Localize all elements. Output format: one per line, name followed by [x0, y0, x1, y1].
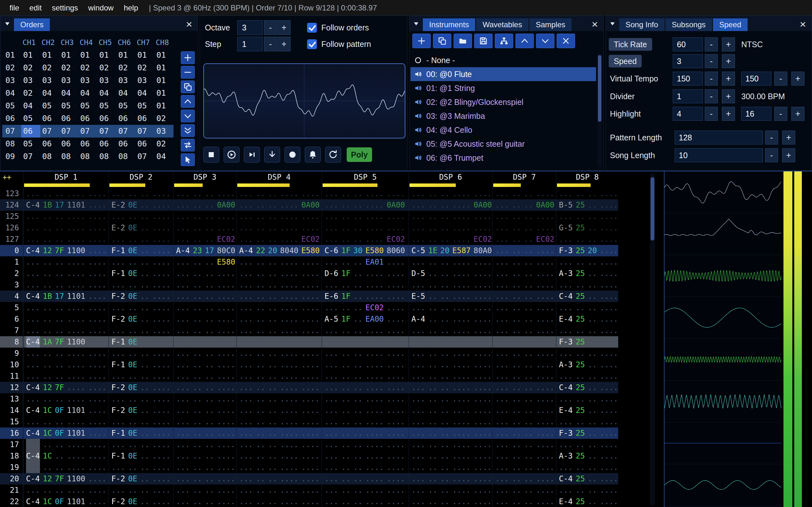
pattern-empty[interactable]: ....	[88, 199, 107, 211]
pattern-empty[interactable]: ..	[256, 211, 265, 222]
pattern-empty[interactable]: ..	[341, 188, 351, 199]
pattern-empty[interactable]: ....	[365, 336, 384, 348]
pattern-cell[interactable]: ...........	[492, 279, 556, 291]
pattern-empty[interactable]: ...	[26, 222, 40, 233]
pattern-cell[interactable]: ...........	[492, 245, 556, 257]
pattern-empty[interactable]: ....	[473, 279, 492, 291]
pattern-empty[interactable]: ..	[140, 222, 149, 233]
pattern-cell[interactable]: ...........	[173, 188, 236, 199]
pattern-empty[interactable]: ..	[440, 268, 450, 279]
pattern-cell[interactable]: ...........	[173, 416, 236, 428]
pattern-empty[interactable]: ..	[256, 279, 265, 291]
pattern-empty[interactable]: ....	[217, 382, 235, 393]
pattern-empty[interactable]: ..	[268, 393, 277, 405]
pattern-value[interactable]: A-4	[176, 245, 190, 257]
pattern-empty[interactable]: ....	[88, 257, 107, 268]
pattern-empty[interactable]: ..	[268, 199, 277, 211]
pattern-empty[interactable]: ....	[536, 325, 554, 336]
pattern-empty[interactable]: ..	[43, 348, 52, 359]
pattern-value[interactable]: E-6	[324, 291, 339, 302]
instrument-delete-button[interactable]	[557, 34, 575, 48]
pattern-cell[interactable]: ...............	[236, 188, 322, 199]
pattern-empty[interactable]: ..	[440, 462, 450, 473]
pattern-cell[interactable]: ...........	[492, 222, 556, 233]
pattern-empty[interactable]: ....	[152, 359, 171, 371]
pattern-cell[interactable]: ...............	[322, 496, 409, 507]
pattern-cell[interactable]: ...............	[409, 382, 492, 393]
pattern-empty[interactable]: ....	[67, 348, 85, 359]
pattern-empty[interactable]: ...	[495, 314, 509, 325]
pattern-empty[interactable]: ....	[473, 405, 492, 416]
pattern-empty[interactable]: ..	[428, 325, 438, 336]
pattern-empty[interactable]: ....	[301, 371, 320, 382]
pattern-value[interactable]: C-4	[26, 450, 40, 462]
pattern-empty[interactable]: ....	[217, 222, 235, 233]
pattern-cell[interactable]: ...............	[23, 416, 108, 428]
pattern-empty[interactable]: ....	[365, 199, 384, 211]
pattern-empty[interactable]: ...	[324, 485, 339, 496]
pattern-cell[interactable]: E-425......	[556, 314, 618, 325]
pattern-cell[interactable]: F-10E......	[108, 359, 173, 371]
pattern-empty[interactable]: ..	[440, 222, 450, 233]
pattern-cell[interactable]: A-325......	[556, 359, 618, 371]
pattern-empty[interactable]: ..	[193, 268, 202, 279]
pattern-empty[interactable]: ..	[55, 188, 64, 199]
pattern-value[interactable]: 25	[576, 336, 585, 348]
pattern-empty[interactable]: ...	[176, 325, 190, 336]
virtual-tempo-den-decrement[interactable]: -	[774, 72, 787, 86]
pattern-empty[interactable]: ....	[365, 485, 384, 496]
pattern-empty[interactable]: ..	[440, 473, 450, 485]
pattern-length-decrement[interactable]: -	[765, 130, 778, 145]
pattern-empty[interactable]: ....	[452, 416, 471, 428]
pattern-empty[interactable]: ...	[176, 473, 190, 485]
pattern-empty[interactable]: ....	[280, 199, 299, 211]
pattern-value[interactable]: EA00	[365, 314, 384, 325]
pattern-empty[interactable]: ....	[387, 416, 405, 428]
pattern-cell[interactable]: .......E580	[173, 257, 236, 268]
song-length-increment[interactable]: +	[782, 148, 795, 162]
orders-cell[interactable]: 03	[116, 74, 136, 87]
pattern-value[interactable]: 25	[576, 450, 585, 462]
pattern-empty[interactable]: ..	[524, 188, 533, 199]
pattern-empty[interactable]: ...	[111, 371, 125, 382]
pattern-empty[interactable]: ..	[128, 325, 137, 336]
pattern-empty[interactable]: ...	[559, 302, 573, 314]
pattern-empty[interactable]: ....	[365, 268, 384, 279]
pattern-empty[interactable]: ....	[88, 245, 107, 257]
pattern-empty[interactable]: ...	[176, 257, 190, 268]
pattern-cell[interactable]: C-41C0F1101....	[23, 496, 108, 507]
pattern-empty[interactable]: ..	[256, 382, 265, 393]
pattern-cell[interactable]: .......0A00	[492, 199, 556, 211]
pattern-empty[interactable]: ...	[495, 325, 509, 336]
pattern-empty[interactable]: ...	[176, 233, 190, 245]
pattern-cell[interactable]: .......EC02	[492, 233, 556, 245]
pattern-value[interactable]: 0E	[128, 199, 137, 211]
pattern-empty[interactable]: ....	[301, 291, 320, 302]
pattern-empty[interactable]: ..	[353, 233, 362, 245]
pattern-cell[interactable]: C-4127F1100....	[23, 245, 108, 257]
pattern-empty[interactable]: ..	[43, 485, 52, 496]
pattern-empty[interactable]: ...	[559, 416, 573, 428]
pattern-value[interactable]: A-3	[559, 268, 573, 279]
orders-cell[interactable]: 06	[78, 137, 97, 150]
pattern-empty[interactable]: ..	[193, 291, 202, 302]
pattern-empty[interactable]: ....	[536, 462, 554, 473]
pattern-empty[interactable]: ..	[140, 439, 149, 450]
orders-row[interactable]: 070607070707070703	[2, 125, 173, 137]
pattern-value[interactable]: C-4	[26, 291, 40, 302]
pattern-cell[interactable]: ...........	[492, 302, 556, 314]
pattern-empty[interactable]: ..	[256, 291, 265, 302]
pattern-empty[interactable]: ....	[536, 439, 554, 450]
pattern-empty[interactable]: ...	[495, 268, 509, 279]
pattern-empty[interactable]: ....	[473, 336, 492, 348]
pattern-empty[interactable]: ....	[600, 245, 618, 257]
pattern-empty[interactable]: ...	[176, 393, 190, 405]
tick-rate-input[interactable]: 60	[673, 38, 703, 51]
pattern-empty[interactable]: ...	[411, 450, 425, 462]
pattern-empty[interactable]: ....	[452, 485, 471, 496]
pattern-empty[interactable]: ...	[111, 233, 125, 245]
pattern-empty[interactable]: ....	[217, 268, 235, 279]
pattern-empty[interactable]: ....	[217, 211, 235, 222]
orders-cell[interactable]: 06	[21, 125, 40, 137]
step-decrement[interactable]: -	[264, 37, 277, 51]
